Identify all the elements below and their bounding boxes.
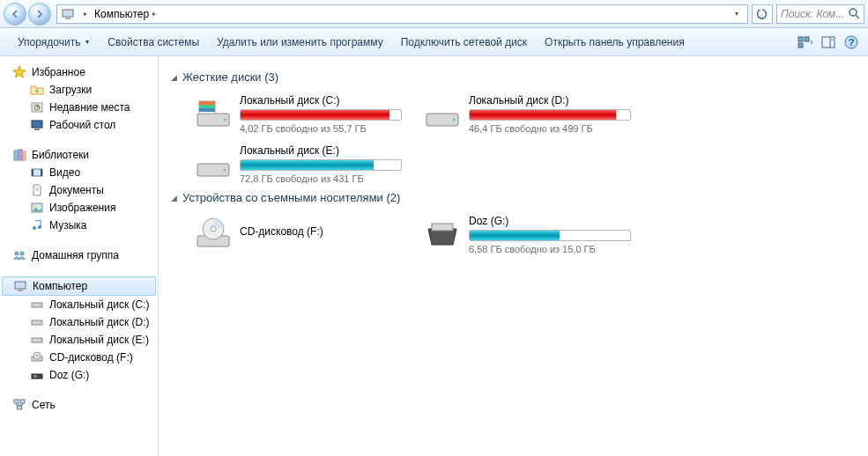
sidebar-label: Сеть — [32, 399, 56, 411]
sidebar-item-desktop[interactable]: Рабочий стол — [0, 116, 158, 134]
group-header-hdd[interactable]: ◢ Жесткие диски (3) — [171, 70, 856, 84]
organize-menu[interactable]: Упорядочить▼ — [9, 33, 99, 52]
svg-rect-16 — [14, 151, 18, 160]
homegroup-icon — [12, 248, 26, 262]
svg-point-55 — [224, 169, 226, 172]
sidebar-item-videos[interactable]: Видео — [0, 164, 158, 181]
drive-g[interactable]: Doz (G:) 6,58 ГБ свободно из 15,0 ГБ — [421, 213, 633, 256]
removable-icon — [423, 215, 462, 254]
capacity-bar — [240, 159, 402, 171]
recent-icon — [30, 100, 44, 114]
star-icon — [12, 65, 26, 79]
drive-f[interactable]: CD-дисковод (F:) — [192, 213, 404, 256]
sidebar-item-drive-f[interactable]: CD-дисковод (F:) — [0, 349, 158, 366]
sidebar-item-drive-e[interactable]: Локальный диск (E:) — [0, 331, 158, 349]
sidebar-item-downloads[interactable]: Загрузки — [0, 81, 158, 99]
sidebar-network[interactable]: Сеть — [0, 396, 158, 414]
svg-rect-45 — [18, 406, 22, 409]
network-group: Сеть — [0, 396, 158, 414]
address-bar-row: ▸ Компьютер▸ ▾ Поиск: Ком... — [0, 0, 868, 28]
svg-rect-31 — [18, 290, 23, 291]
removable-icon — [30, 368, 44, 382]
drive-free-text: 72,8 ГБ свободно из 431 ГБ — [240, 173, 402, 184]
sidebar-libraries[interactable]: Библиотеки — [0, 146, 158, 164]
sidebar-label: Библиотеки — [32, 149, 89, 161]
preview-pane-button[interactable] — [820, 34, 836, 50]
svg-rect-49 — [199, 101, 215, 105]
capacity-bar — [469, 230, 631, 241]
sidebar-item-drive-d[interactable]: Локальный диск (D:) — [0, 313, 158, 331]
drive-name: Локальный диск (E:) — [240, 144, 402, 157]
collapse-icon: ◢ — [171, 194, 177, 202]
back-button[interactable] — [4, 3, 26, 26]
search-input[interactable]: Поиск: Ком... — [776, 4, 864, 24]
svg-rect-44 — [20, 400, 25, 403]
drive-icon — [194, 144, 233, 183]
nav-buttons — [4, 3, 51, 26]
breadcrumb-computer[interactable]: Компьютер▸ — [93, 5, 161, 23]
forward-button[interactable] — [28, 3, 51, 26]
svg-rect-17 — [19, 150, 22, 160]
svg-point-33 — [40, 305, 41, 306]
sidebar-computer[interactable]: Компьютер — [2, 276, 156, 296]
computer-group: Компьютер Локальный диск (C:) Локальный … — [0, 276, 158, 384]
navigation-pane: Избранное Загрузки Недавние места Рабочи… — [0, 56, 159, 456]
system-properties-button[interactable]: Свойства системы — [99, 33, 208, 52]
svg-rect-0 — [63, 10, 73, 17]
drive-e[interactable]: Локальный диск (E:) 72,8 ГБ свободно из … — [192, 143, 404, 186]
svg-rect-15 — [34, 129, 40, 130]
sidebar-item-pictures[interactable]: Изображения — [0, 199, 158, 217]
drive-icon — [30, 333, 44, 347]
help-button[interactable]: ? — [843, 34, 859, 50]
svg-point-40 — [36, 355, 38, 357]
group-header-removable[interactable]: ◢ Устройства со съемными носителями (2) — [171, 191, 856, 204]
libraries-icon — [12, 148, 26, 162]
capacity-bar — [469, 109, 631, 121]
sidebar-item-documents[interactable]: Документы — [0, 181, 158, 199]
svg-rect-20 — [32, 169, 33, 176]
computer-icon — [61, 7, 75, 21]
main-area: Избранное Загрузки Недавние места Рабочи… — [0, 56, 868, 456]
search-placeholder: Поиск: Ком... — [781, 8, 844, 20]
svg-text:?: ? — [849, 37, 855, 48]
sidebar-item-recent[interactable]: Недавние места — [0, 99, 158, 116]
address-dropdown[interactable]: ▾ — [730, 10, 744, 18]
capacity-fill — [241, 110, 389, 120]
svg-line-3 — [856, 15, 859, 18]
favorites-group: Избранное Загрузки Недавние места Рабочи… — [0, 63, 158, 134]
svg-rect-21 — [41, 169, 42, 176]
drive-name: CD-дисковод (F:) — [240, 225, 402, 238]
svg-point-29 — [20, 252, 24, 255]
command-bar: Упорядочить▼ Свойства системы Удалить ил… — [0, 28, 868, 56]
breadcrumb-root[interactable]: ▸ — [78, 5, 93, 23]
address-bar[interactable]: ▸ Компьютер▸ ▾ — [56, 4, 748, 24]
pictures-icon — [30, 201, 44, 215]
map-network-drive-button[interactable]: Подключить сетевой диск — [392, 33, 536, 52]
drive-d[interactable]: Локальный диск (D:) 46,4 ГБ свободно из … — [421, 92, 633, 136]
sidebar-item-music[interactable]: Музыка — [0, 217, 158, 234]
svg-point-47 — [224, 119, 226, 121]
sidebar-homegroup[interactable]: Домашняя группа — [0, 246, 158, 264]
svg-rect-6 — [798, 43, 803, 48]
svg-rect-42 — [33, 375, 37, 378]
svg-rect-9 — [831, 39, 834, 40]
drive-c[interactable]: Локальный диск (C:) 4,02 ГБ свободно из … — [192, 92, 404, 136]
control-panel-button[interactable]: Открыть панель управления — [536, 33, 694, 52]
capacity-bar — [240, 109, 402, 121]
svg-rect-5 — [805, 37, 809, 41]
drive-name: Локальный диск (D:) — [469, 94, 631, 107]
sidebar-item-drive-g[interactable]: Doz (G:) — [0, 366, 158, 384]
drive-icon — [194, 94, 233, 133]
drive-free-text: 4,02 ГБ свободно из 55,7 ГБ — [240, 123, 402, 134]
network-icon — [12, 398, 26, 412]
capacity-fill — [470, 110, 616, 120]
view-options-button[interactable] — [798, 34, 813, 50]
cd-icon — [194, 215, 233, 254]
collapse-icon: ◢ — [171, 73, 177, 82]
uninstall-program-button[interactable]: Удалить или изменить программу — [208, 33, 392, 52]
homegroup-group: Домашняя группа — [0, 246, 158, 264]
sidebar-favorites[interactable]: Избранное — [0, 63, 158, 81]
sidebar-item-drive-c[interactable]: Локальный диск (C:) — [0, 296, 158, 313]
sidebar-label: Домашняя группа — [32, 249, 119, 261]
refresh-button[interactable] — [752, 4, 773, 24]
